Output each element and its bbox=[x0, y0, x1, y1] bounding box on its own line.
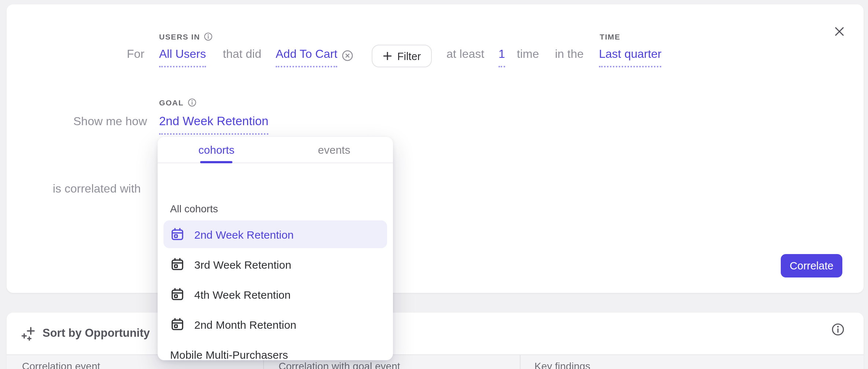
goal-label-text: GOAL bbox=[159, 98, 184, 107]
list-item-2nd-week-retention[interactable]: 2nd Week Retention bbox=[163, 220, 387, 248]
close-icon bbox=[834, 26, 845, 37]
goal-label: GOAL bbox=[159, 98, 196, 107]
list-item-2nd-month-retention[interactable]: 2nd Month Retention bbox=[163, 310, 387, 338]
dropdown-tabbar: cohorts events bbox=[158, 137, 393, 163]
add-filter-button[interactable]: Filter bbox=[372, 45, 432, 67]
results-card: Sort by Opportunity Correlation event Co… bbox=[7, 313, 864, 369]
column-header-key-findings: Key findings bbox=[534, 360, 591, 369]
times-value-link[interactable]: 1 bbox=[499, 48, 505, 67]
dropdown-list: All cohorts 2nd Week Retention 3rd Week … bbox=[158, 163, 393, 360]
time-range-link[interactable]: Last quarter bbox=[599, 48, 662, 67]
tab-cohorts[interactable]: cohorts bbox=[158, 137, 275, 163]
calendar-icon bbox=[170, 257, 185, 272]
goal-value-link[interactable]: 2nd Week Retention bbox=[159, 114, 268, 135]
list-item-3rd-week-retention[interactable]: 3rd Week Retention bbox=[163, 250, 387, 278]
cohort-picker-dropdown: cohorts events All cohorts 2nd Week Rete… bbox=[158, 137, 393, 360]
results-table-header: Correlation event Correlation with goal … bbox=[7, 354, 864, 369]
results-info-button[interactable] bbox=[831, 323, 845, 336]
calendar-icon bbox=[170, 317, 185, 332]
that-did-label: that did bbox=[223, 48, 261, 61]
users-in-label-text: USERS IN bbox=[159, 32, 200, 41]
list-item-label: 2nd Week Retention bbox=[194, 228, 294, 241]
in-the-label: in the bbox=[555, 48, 584, 61]
calendar-icon bbox=[170, 227, 185, 242]
sort-sparkle-plus-icon bbox=[21, 325, 37, 341]
plus-icon bbox=[383, 51, 392, 61]
at-least-label: at least bbox=[446, 48, 484, 61]
time-label-text: TIME bbox=[600, 32, 621, 41]
filter-button-label: Filter bbox=[397, 50, 421, 62]
list-item-4th-week-retention[interactable]: 4th Week Retention bbox=[163, 280, 387, 308]
for-label: For bbox=[127, 48, 144, 61]
users-in-label: USERS IN bbox=[159, 32, 213, 41]
list-item-label: Mobile Multi-Purchasers bbox=[170, 348, 288, 360]
time-label: TIME bbox=[600, 32, 621, 41]
remove-event-icon[interactable] bbox=[342, 50, 353, 61]
list-item-label: 4th Week Retention bbox=[194, 288, 291, 301]
screen: USERS IN TIME For All Users that did Add… bbox=[0, 0, 868, 369]
info-icon[interactable] bbox=[187, 98, 196, 107]
column-header-correlation-with-goal-event: Correlation with goal event bbox=[279, 360, 400, 369]
close-button[interactable] bbox=[832, 24, 847, 39]
tab-events[interactable]: events bbox=[275, 137, 393, 163]
event-value-link[interactable]: Add To Cart bbox=[276, 48, 337, 67]
info-icon[interactable] bbox=[204, 32, 213, 41]
show-me-how-label: Show me how bbox=[73, 115, 147, 128]
correlate-button[interactable]: Correlate bbox=[781, 254, 842, 277]
list-item-mobile-multi-purchasers[interactable]: Mobile Multi-Purchasers bbox=[163, 340, 387, 360]
users-value-link[interactable]: All Users bbox=[159, 48, 206, 67]
time-unit-label: time bbox=[517, 48, 539, 61]
info-icon bbox=[831, 323, 845, 336]
sort-by-opportunity-label: Sort by Opportunity bbox=[43, 327, 150, 340]
calendar-icon bbox=[170, 287, 185, 302]
dropdown-section-header: All cohorts bbox=[170, 203, 218, 215]
list-item-label: 2nd Month Retention bbox=[194, 318, 297, 331]
sort-by-opportunity-button[interactable]: Sort by Opportunity bbox=[21, 323, 150, 343]
is-correlated-with-label: is correlated with bbox=[53, 182, 141, 195]
column-header-correlation-event: Correlation event bbox=[22, 360, 100, 369]
list-item-label: 3rd Week Retention bbox=[194, 258, 291, 271]
column-divider bbox=[520, 355, 521, 369]
